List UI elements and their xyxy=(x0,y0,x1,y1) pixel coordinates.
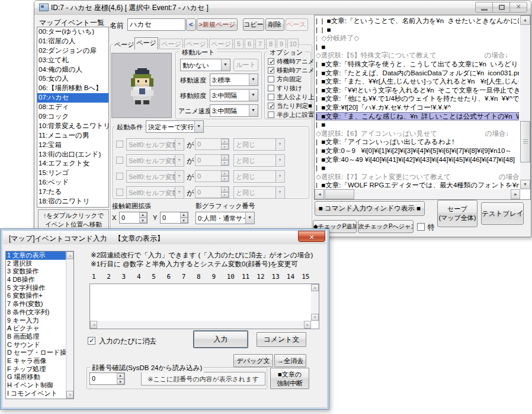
input-button[interactable]: 入力 xyxy=(194,331,248,348)
cond2-value-spinner[interactable]: 0 xyxy=(195,154,229,166)
cond2-variable-combo[interactable]: Self0:セルフ変数0 xyxy=(126,154,184,167)
scroll-down-icon[interactable] xyxy=(311,314,319,321)
command-type[interactable]: 6 変数操作+ xyxy=(6,292,66,300)
list-item[interactable]: 00:ター(ゆういち) xyxy=(37,27,108,37)
opt-half-step-checkbox[interactable] xyxy=(268,112,274,118)
command-type[interactable]: F チップ処理 xyxy=(6,365,66,374)
tab-page6[interactable]: 6 xyxy=(245,39,254,49)
list-scrollbar[interactable] xyxy=(66,251,73,399)
shadow-combo[interactable]: 0:人間・通常サイズ xyxy=(196,212,255,224)
contact-x-spinner[interactable]: 0 xyxy=(119,212,148,224)
opt-fix-direction-checkbox[interactable] xyxy=(268,76,274,82)
cond3-compare-combo[interactable]: と同じ xyxy=(233,170,285,183)
list-item[interactable]: 17:たる xyxy=(37,187,108,197)
list-item[interactable]: 18:宿のニワトリ xyxy=(37,197,108,206)
command-type[interactable]: E キャラ画像 xyxy=(6,357,66,365)
cond2-enable-checkbox[interactable] xyxy=(116,157,123,164)
command-type[interactable]: H イベント制御 xyxy=(6,381,66,390)
spin-up-icon[interactable] xyxy=(221,187,229,192)
list-item[interactable]: 15:リンゴ xyxy=(37,168,108,178)
spin-down-icon[interactable] xyxy=(221,176,229,181)
command-row[interactable]: | ■文章:「たとえば、Data内のBasicDataフォルダに¥n icon0… xyxy=(316,69,519,78)
command-type[interactable]: G 場所移動 xyxy=(6,373,66,381)
command-row[interactable]: | ■文章:「¥¥!という文字を入れると¥n そこで文章を一旦停止できるの、 xyxy=(316,86,519,95)
dialog-titlebar[interactable]: [マップ]イベントコマンド入力 【文章の表示】 xyxy=(3,231,326,244)
spin-up-icon[interactable] xyxy=(180,212,188,218)
command-row[interactable]: | ■文章:「また、¥¥r[人生,じんせい]って入れると¥n ¥r[人生,じんせ… xyxy=(316,77,519,86)
spin-down-icon[interactable] xyxy=(221,192,229,198)
vertical-scrollbar[interactable] xyxy=(520,15,530,189)
cond4-compare-combo[interactable]: と同じ xyxy=(233,186,285,199)
command-row[interactable]: ◇選択肢:【7】フォント変更について教えて の場合↓ xyxy=(316,173,519,181)
save-map-button[interactable]: セーブ (マップ全体) xyxy=(437,200,477,227)
command-type[interactable]: 5 文字列操作 xyxy=(6,284,66,292)
scroll-down-icon[interactable] xyxy=(520,180,530,189)
spin-up-icon[interactable] xyxy=(221,155,229,160)
scroll-up-icon[interactable] xyxy=(66,251,73,259)
command-row[interactable]: | ■ xyxy=(316,164,519,173)
textarea-hscrollbar[interactable] xyxy=(90,321,311,329)
spin-down-icon[interactable] xyxy=(221,160,229,165)
scroll-left-icon[interactable] xyxy=(90,321,97,329)
list-item[interactable]: 05:女の人 xyxy=(37,74,108,84)
name-input[interactable] xyxy=(127,18,185,31)
command-row-selected[interactable]: | ■文章:「ま、こんな感じね、¥n 詳しいことは公式サイトの¥n WOLF R… xyxy=(316,112,519,121)
list-item[interactable]: 11:メニューの男 xyxy=(37,131,108,141)
opt-idle-anim-checkbox[interactable] xyxy=(268,58,274,65)
scrollbar-thumb[interactable] xyxy=(520,121,530,163)
main-titlebar[interactable]: ID:7 - ハカセ 座標(4,6) [ 選択中 Event:7 - ハカセ ]… xyxy=(34,1,531,15)
cond1-variable-combo[interactable]: Self0:セルフ変数0 xyxy=(126,138,184,151)
move-frequency-combo[interactable]: 3:中間隔 xyxy=(210,89,258,101)
list-item[interactable]: 10:背景変えるニワトリ xyxy=(37,122,108,131)
tab-page2[interactable]: ページ2 xyxy=(159,39,183,49)
cond1-compare-combo[interactable]: と同じ xyxy=(233,138,285,151)
command-row[interactable]: | ■文章:「アイコンいっぱい出してみるわよ! xyxy=(316,138,519,147)
move-speed-combo[interactable]: 3:標準 xyxy=(210,74,258,86)
cond4-value-spinner[interactable]: 0 xyxy=(195,186,229,198)
delete-button[interactable]: 削除 xyxy=(265,18,284,31)
test-play-button[interactable]: テストプレイ xyxy=(481,202,524,225)
opt-collision-checkbox[interactable] xyxy=(268,103,274,109)
list-item[interactable]: 12:宝箱 xyxy=(37,141,108,150)
list-item[interactable]: 03:立て札 xyxy=(37,56,108,65)
command-type-selected[interactable]: 1 文章の表示 xyxy=(6,251,66,260)
scroll-right-icon[interactable] xyxy=(304,321,311,329)
route-button[interactable]: ルート xyxy=(233,59,258,71)
command-row[interactable]: | | ■ xyxy=(316,26,519,34)
debug-text-button[interactable]: デバッグ文 xyxy=(233,354,273,367)
scrollbar-thumb[interactable] xyxy=(325,189,354,199)
list-item[interactable]: 02:ダンジョンの扉 xyxy=(37,46,108,56)
message-input[interactable] xyxy=(90,284,311,320)
special-checkbox[interactable] xyxy=(417,223,425,231)
close-button[interactable]: ✕ xyxy=(509,2,527,12)
textarea-vscrollbar[interactable] xyxy=(311,284,319,321)
cond2-compare-combo[interactable]: と同じ xyxy=(233,154,285,167)
list-item-selected[interactable]: 07:ハカセ xyxy=(37,93,108,103)
list-item[interactable]: 08:エディ xyxy=(37,103,108,112)
spin-down-icon[interactable] xyxy=(180,218,188,223)
tab-page1[interactable]: ページ1 xyxy=(134,37,158,50)
cond3-value-spinner[interactable]: 0 xyxy=(195,170,229,182)
command-type[interactable]: B 画面処理 xyxy=(6,333,66,341)
cond4-variable-combo[interactable]: Self0:セルフ変数0 xyxy=(126,186,184,199)
maximize-button[interactable] xyxy=(492,2,510,12)
copy-button[interactable]: コピー xyxy=(243,18,264,31)
list-item[interactable]: 04:俺の畑の人 xyxy=(37,65,108,75)
spin-down-icon[interactable] xyxy=(117,379,124,385)
dialog-close-button[interactable]: ✕ xyxy=(298,231,325,242)
spin-up-icon[interactable] xyxy=(117,373,124,379)
list-item[interactable]: 06:【場所移動 Bへ】 xyxy=(37,84,108,93)
cond1-enable-checkbox[interactable] xyxy=(116,141,123,148)
command-type[interactable]: A ピクチャ xyxy=(6,324,66,333)
list-item[interactable]: 01:宿屋の人 xyxy=(37,37,108,46)
scroll-up-icon[interactable] xyxy=(520,15,530,25)
clear-on-input-checkbox[interactable] xyxy=(88,337,95,345)
paste-button[interactable]: ペースト xyxy=(286,18,308,31)
command-type[interactable]: D セーブ・ロード操作 xyxy=(6,349,66,357)
minimize-button[interactable] xyxy=(475,2,493,12)
spin-down-icon[interactable] xyxy=(139,218,147,223)
command-row[interactable]: | ◇分岐終了◇ xyxy=(316,34,519,43)
command-row[interactable]: | ■ xyxy=(316,120,519,129)
scroll-down-icon[interactable] xyxy=(66,391,73,399)
spin-up-icon[interactable] xyxy=(221,139,229,144)
